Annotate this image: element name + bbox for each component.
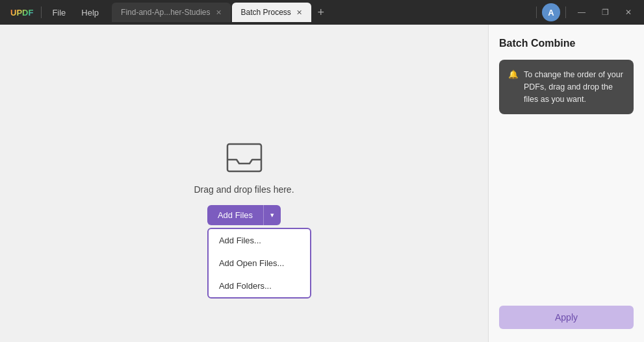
add-files-container: Add Files ▾ Add Files... Add Open Files.… (207, 205, 281, 225)
close-button[interactable]: ✕ (618, 5, 639, 20)
drop-text: Drag and drop files here. (194, 184, 294, 195)
tab-find-and-apply[interactable]: Find-and-Ap...her-Studies ✕ (112, 3, 230, 22)
menu-bar: File Help (44, 4, 107, 21)
minimize-button[interactable]: — (571, 5, 592, 20)
titlebar-divider (41, 6, 42, 18)
tab-label: Batch Process (241, 8, 291, 17)
right-panel: Batch Combine 🔔 To change the order of y… (488, 25, 644, 342)
info-text: To change the order of your PDFs, drag a… (524, 69, 625, 105)
apply-button[interactable]: Apply (499, 306, 634, 329)
new-tab-button[interactable]: + (313, 4, 329, 21)
titlebar: UPDF File Help Find-and-Ap...her-Studies… (0, 0, 644, 25)
tab-close-icon[interactable]: ✕ (296, 9, 302, 16)
info-box-content: 🔔 To change the order of your PDFs, drag… (508, 69, 625, 105)
apply-btn-area: Apply (499, 295, 634, 329)
drop-area: Drag and drop files here. Add Files ▾ Ad… (194, 141, 294, 225)
dropdown-item-add-folders[interactable]: Add Folders... (209, 275, 310, 297)
panel-title: Batch Combine (499, 38, 634, 49)
add-files-button[interactable]: Add Files ▾ (207, 205, 281, 225)
tab-close-icon[interactable]: ✕ (216, 9, 222, 16)
menu-file[interactable]: File (44, 4, 73, 21)
titlebar-actions: A — ❐ ✕ (534, 3, 639, 21)
main-content: Drag and drop files here. Add Files ▾ Ad… (0, 25, 644, 342)
logo-area: UPDF (5, 8, 38, 18)
user-avatar[interactable]: A (542, 3, 560, 21)
inbox-icon (225, 141, 264, 174)
info-box: 🔔 To change the order of your PDFs, drag… (499, 60, 634, 114)
titlebar-divider3 (565, 6, 566, 18)
info-emoji: 🔔 (508, 69, 519, 105)
menu-help[interactable]: Help (73, 4, 107, 21)
maximize-button[interactable]: ❐ (595, 5, 615, 20)
tab-batch-process[interactable]: Batch Process ✕ (232, 3, 311, 22)
svg-rect-0 (227, 144, 261, 171)
tabs-area: Find-and-Ap...her-Studies ✕ Batch Proces… (112, 3, 534, 22)
tab-label: Find-and-Ap...her-Studies (121, 8, 210, 17)
add-files-dropdown-arrow[interactable]: ▾ (264, 206, 281, 225)
dropdown-item-add-open-files[interactable]: Add Open Files... (209, 252, 310, 275)
titlebar-divider2 (536, 6, 537, 18)
app-logo: UPDF (10, 8, 33, 18)
add-files-dropdown: Add Files... Add Open Files... Add Folde… (207, 228, 311, 299)
dropdown-item-add-files[interactable]: Add Files... (209, 229, 310, 252)
left-panel: Drag and drop files here. Add Files ▾ Ad… (0, 25, 488, 342)
add-files-label: Add Files (207, 205, 264, 225)
